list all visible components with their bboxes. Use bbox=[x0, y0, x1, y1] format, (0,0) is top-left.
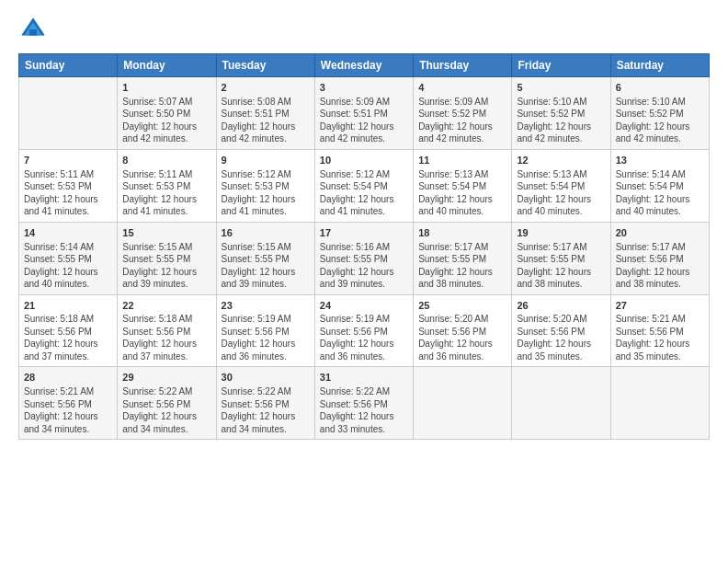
day-number: 28 bbox=[24, 371, 112, 385]
day-info: Sunrise: 5:15 AM Sunset: 5:55 PM Dayligh… bbox=[122, 241, 210, 291]
day-number: 31 bbox=[320, 371, 408, 385]
day-info: Sunrise: 5:18 AM Sunset: 5:56 PM Dayligh… bbox=[122, 313, 210, 362]
calendar-cell: 8Sunrise: 5:11 AM Sunset: 5:53 PM Daylig… bbox=[118, 149, 216, 222]
calendar-cell: 25Sunrise: 5:20 AM Sunset: 5:56 PM Dayli… bbox=[414, 294, 512, 367]
day-number: 9 bbox=[222, 154, 310, 167]
day-info: Sunrise: 5:12 AM Sunset: 5:54 PM Dayligh… bbox=[320, 168, 408, 218]
day-info: Sunrise: 5:15 AM Sunset: 5:55 PM Dayligh… bbox=[222, 241, 310, 291]
calendar-cell: 10Sunrise: 5:12 AM Sunset: 5:54 PM Dayli… bbox=[314, 149, 413, 222]
page-header bbox=[18, 15, 710, 44]
day-number: 2 bbox=[222, 81, 310, 95]
day-info: Sunrise: 5:08 AM Sunset: 5:51 PM Dayligh… bbox=[222, 96, 310, 145]
day-info: Sunrise: 5:09 AM Sunset: 5:51 PM Dayligh… bbox=[320, 96, 408, 145]
day-number: 10 bbox=[320, 154, 408, 167]
calendar-cell: 3Sunrise: 5:09 AM Sunset: 5:51 PM Daylig… bbox=[314, 77, 413, 150]
calendar-week-4: 21Sunrise: 5:18 AM Sunset: 5:56 PM Dayli… bbox=[19, 294, 710, 367]
day-number: 27 bbox=[616, 299, 704, 313]
calendar-table: SundayMondayTuesdayWednesdayThursdayFrid… bbox=[18, 53, 710, 440]
weekday-header-saturday: Saturday bbox=[610, 54, 709, 77]
calendar-cell: 7Sunrise: 5:11 AM Sunset: 5:53 PM Daylig… bbox=[19, 149, 118, 222]
calendar-cell: 14Sunrise: 5:14 AM Sunset: 5:55 PM Dayli… bbox=[19, 222, 118, 294]
weekday-header-tuesday: Tuesday bbox=[216, 54, 314, 77]
calendar-cell: 27Sunrise: 5:21 AM Sunset: 5:56 PM Dayli… bbox=[610, 294, 709, 367]
day-number: 25 bbox=[418, 299, 506, 313]
calendar-header: SundayMondayTuesdayWednesdayThursdayFrid… bbox=[19, 54, 710, 77]
day-info: Sunrise: 5:11 AM Sunset: 5:53 PM Dayligh… bbox=[122, 168, 210, 218]
day-info: Sunrise: 5:18 AM Sunset: 5:56 PM Dayligh… bbox=[24, 313, 112, 362]
calendar-cell: 13Sunrise: 5:14 AM Sunset: 5:54 PM Dayli… bbox=[610, 149, 709, 222]
day-number: 1 bbox=[122, 81, 210, 95]
calendar-cell: 2Sunrise: 5:08 AM Sunset: 5:51 PM Daylig… bbox=[216, 77, 314, 150]
calendar-cell: 5Sunrise: 5:10 AM Sunset: 5:52 PM Daylig… bbox=[512, 77, 610, 150]
logo bbox=[18, 15, 51, 44]
day-info: Sunrise: 5:14 AM Sunset: 5:55 PM Dayligh… bbox=[24, 241, 112, 291]
day-number: 8 bbox=[122, 154, 210, 167]
day-number: 4 bbox=[418, 81, 506, 95]
day-number: 21 bbox=[24, 299, 112, 313]
calendar-week-5: 28Sunrise: 5:21 AM Sunset: 5:56 PM Dayli… bbox=[19, 367, 710, 440]
calendar-cell: 4Sunrise: 5:09 AM Sunset: 5:52 PM Daylig… bbox=[414, 77, 512, 150]
day-number: 14 bbox=[24, 226, 112, 240]
day-number: 6 bbox=[616, 81, 704, 95]
calendar-cell: 9Sunrise: 5:12 AM Sunset: 5:53 PM Daylig… bbox=[216, 149, 314, 222]
day-number: 18 bbox=[418, 226, 506, 240]
calendar-cell: 21Sunrise: 5:18 AM Sunset: 5:56 PM Dayli… bbox=[19, 294, 118, 367]
day-info: Sunrise: 5:22 AM Sunset: 5:56 PM Dayligh… bbox=[320, 385, 408, 435]
day-info: Sunrise: 5:10 AM Sunset: 5:52 PM Dayligh… bbox=[616, 96, 704, 145]
day-number: 13 bbox=[616, 154, 704, 167]
calendar-cell bbox=[512, 367, 610, 440]
day-number: 17 bbox=[320, 226, 408, 240]
day-number: 30 bbox=[222, 371, 310, 385]
day-number: 19 bbox=[517, 226, 605, 240]
day-number: 5 bbox=[517, 81, 605, 95]
day-info: Sunrise: 5:13 AM Sunset: 5:54 PM Dayligh… bbox=[517, 168, 605, 218]
calendar-cell: 12Sunrise: 5:13 AM Sunset: 5:54 PM Dayli… bbox=[512, 149, 610, 222]
weekday-header-friday: Friday bbox=[512, 54, 610, 77]
day-info: Sunrise: 5:13 AM Sunset: 5:54 PM Dayligh… bbox=[418, 168, 506, 218]
day-number: 11 bbox=[418, 154, 506, 167]
calendar-cell bbox=[610, 367, 709, 440]
calendar-cell: 23Sunrise: 5:19 AM Sunset: 5:56 PM Dayli… bbox=[216, 294, 314, 367]
weekday-header-monday: Monday bbox=[118, 54, 216, 77]
day-number: 16 bbox=[222, 226, 310, 240]
calendar-cell: 19Sunrise: 5:17 AM Sunset: 5:55 PM Dayli… bbox=[512, 222, 610, 294]
day-info: Sunrise: 5:07 AM Sunset: 5:50 PM Dayligh… bbox=[122, 96, 210, 145]
calendar-cell: 31Sunrise: 5:22 AM Sunset: 5:56 PM Dayli… bbox=[314, 367, 413, 440]
day-info: Sunrise: 5:17 AM Sunset: 5:55 PM Dayligh… bbox=[418, 241, 506, 291]
calendar-week-2: 7Sunrise: 5:11 AM Sunset: 5:53 PM Daylig… bbox=[19, 149, 710, 222]
calendar-cell: 11Sunrise: 5:13 AM Sunset: 5:54 PM Dayli… bbox=[414, 149, 512, 222]
day-number: 12 bbox=[517, 154, 605, 167]
calendar-body: 1Sunrise: 5:07 AM Sunset: 5:50 PM Daylig… bbox=[19, 77, 710, 440]
day-number: 22 bbox=[122, 299, 210, 313]
day-info: Sunrise: 5:19 AM Sunset: 5:56 PM Dayligh… bbox=[320, 313, 408, 362]
day-info: Sunrise: 5:19 AM Sunset: 5:56 PM Dayligh… bbox=[222, 313, 310, 362]
calendar-week-1: 1Sunrise: 5:07 AM Sunset: 5:50 PM Daylig… bbox=[19, 77, 710, 150]
day-info: Sunrise: 5:14 AM Sunset: 5:54 PM Dayligh… bbox=[616, 168, 704, 218]
day-number: 24 bbox=[320, 299, 408, 313]
calendar-cell: 30Sunrise: 5:22 AM Sunset: 5:56 PM Dayli… bbox=[216, 367, 314, 440]
calendar-cell: 26Sunrise: 5:20 AM Sunset: 5:56 PM Dayli… bbox=[512, 294, 610, 367]
day-info: Sunrise: 5:22 AM Sunset: 5:56 PM Dayligh… bbox=[122, 385, 210, 435]
day-info: Sunrise: 5:21 AM Sunset: 5:56 PM Dayligh… bbox=[24, 385, 112, 435]
day-info: Sunrise: 5:20 AM Sunset: 5:56 PM Dayligh… bbox=[517, 313, 605, 362]
calendar-cell: 6Sunrise: 5:10 AM Sunset: 5:52 PM Daylig… bbox=[610, 77, 709, 150]
calendar-cell: 16Sunrise: 5:15 AM Sunset: 5:55 PM Dayli… bbox=[216, 222, 314, 294]
day-number: 15 bbox=[122, 226, 210, 240]
day-number: 20 bbox=[616, 226, 704, 240]
day-info: Sunrise: 5:20 AM Sunset: 5:56 PM Dayligh… bbox=[418, 313, 506, 362]
day-info: Sunrise: 5:11 AM Sunset: 5:53 PM Dayligh… bbox=[24, 168, 112, 218]
day-info: Sunrise: 5:17 AM Sunset: 5:56 PM Dayligh… bbox=[616, 241, 704, 291]
day-info: Sunrise: 5:17 AM Sunset: 5:55 PM Dayligh… bbox=[517, 241, 605, 291]
day-info: Sunrise: 5:09 AM Sunset: 5:52 PM Dayligh… bbox=[418, 96, 506, 145]
calendar-cell bbox=[19, 77, 118, 150]
weekday-header-thursday: Thursday bbox=[414, 54, 512, 77]
day-number: 3 bbox=[320, 81, 408, 95]
day-info: Sunrise: 5:12 AM Sunset: 5:53 PM Dayligh… bbox=[222, 168, 310, 218]
calendar-cell: 28Sunrise: 5:21 AM Sunset: 5:56 PM Dayli… bbox=[19, 367, 118, 440]
calendar-cell: 1Sunrise: 5:07 AM Sunset: 5:50 PM Daylig… bbox=[118, 77, 216, 150]
weekday-header-wednesday: Wednesday bbox=[314, 54, 413, 77]
day-number: 7 bbox=[24, 154, 112, 167]
day-info: Sunrise: 5:22 AM Sunset: 5:56 PM Dayligh… bbox=[222, 385, 310, 435]
calendar-cell: 24Sunrise: 5:19 AM Sunset: 5:56 PM Dayli… bbox=[314, 294, 413, 367]
calendar-cell: 20Sunrise: 5:17 AM Sunset: 5:56 PM Dayli… bbox=[610, 222, 709, 294]
